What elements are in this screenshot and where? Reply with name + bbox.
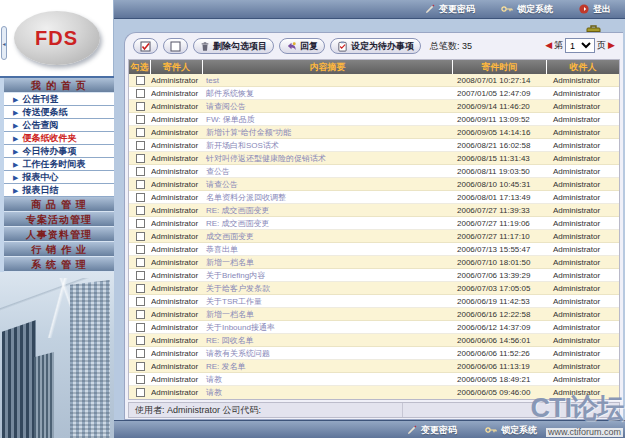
row-check-cell	[129, 232, 151, 241]
reply-button[interactable]: 回复	[279, 38, 325, 54]
sidebar-section-header[interactable]: 人事资料管理	[4, 227, 114, 242]
row-sender: Administrator	[151, 310, 203, 319]
row-subject-link[interactable]: RE: 回收名单	[203, 335, 453, 346]
row-subject-link[interactable]: 关于TSR工作量	[203, 296, 453, 307]
row-checkbox[interactable]	[136, 258, 145, 267]
row-time: 2007/01/05 12:47:09	[453, 89, 547, 98]
row-subject-link[interactable]: RE: 发名单	[203, 361, 453, 372]
sidebar-section-header[interactable]: 商 品 管 理	[4, 197, 114, 212]
change-password-button-bottom[interactable]: 变更密码	[407, 421, 457, 438]
row-subject-link[interactable]: 请查公告	[203, 179, 453, 190]
row-checkbox[interactable]	[136, 154, 145, 163]
row-subject-link[interactable]: 新增一档名单	[203, 257, 453, 268]
row-checkbox[interactable]	[136, 323, 145, 332]
row-checkbox[interactable]	[136, 310, 145, 319]
row-check-cell	[129, 102, 151, 111]
delete-checked-button[interactable]: 删除勾选项目	[193, 38, 274, 54]
row-subject-link[interactable]: 新开场白和SOS话术	[203, 140, 453, 151]
row-subject-link[interactable]: 请教	[203, 374, 453, 385]
row-checkbox[interactable]	[136, 232, 145, 241]
total-count-label: 总笔数: 35	[430, 40, 472, 53]
row-checkbox[interactable]	[136, 284, 145, 293]
sidebar-item[interactable]: ▶今日待办事项	[4, 145, 114, 158]
sidebar-item[interactable]: ▶公告刊登	[4, 93, 114, 106]
row-subject-link[interactable]: test	[203, 76, 453, 85]
row-subject-link[interactable]: 关于Briefing内容	[203, 270, 453, 281]
row-checkbox[interactable]	[136, 375, 145, 384]
sidebar-item[interactable]: ▶工作任务时间表	[4, 158, 114, 171]
lock-system-button[interactable]: 锁定系统	[501, 3, 553, 16]
sidebar-item[interactable]: ▶传送便条纸	[4, 106, 114, 119]
lock-system-button-bottom[interactable]: 锁定系统	[485, 421, 537, 438]
row-subject-link[interactable]: 关于给客户发条款	[203, 283, 453, 294]
row-subject-link[interactable]: 邮件系统恢复	[203, 88, 453, 99]
table-row: Administratortest2008/07/01 10:27:14Admi…	[129, 74, 619, 87]
change-password-button[interactable]: 变更密码	[425, 3, 475, 16]
sidebar-collapse-handle[interactable]: ◂	[1, 26, 7, 60]
row-checkbox[interactable]	[136, 141, 145, 150]
row-checkbox[interactable]	[136, 193, 145, 202]
clear-selection-button[interactable]	[163, 38, 188, 54]
select-all-button[interactable]	[133, 38, 158, 54]
row-checkbox[interactable]	[136, 362, 145, 371]
row-checkbox[interactable]	[136, 167, 145, 176]
row-checkbox[interactable]	[136, 336, 145, 345]
row-recipient: Administrator	[547, 232, 619, 241]
sidebar-section-header[interactable]: 行 销 作 业	[4, 242, 114, 257]
row-subject-link[interactable]: 请教	[203, 387, 453, 398]
row-subject-link[interactable]: 针对叫停返还型健康险的促销话术	[203, 153, 453, 164]
sidebar-section-header[interactable]: 专案活动管理	[4, 212, 114, 227]
row-subject-link[interactable]: 恭喜出单	[203, 244, 453, 255]
row-check-cell	[129, 245, 151, 254]
row-subject-link[interactable]: 成交画面变更	[203, 231, 453, 242]
page-prefix-label: 第	[554, 39, 563, 52]
sidebar-item[interactable]: ▶公告查阅	[4, 119, 114, 132]
next-page-arrow-icon[interactable]: ▶	[608, 41, 615, 50]
row-subject-link[interactable]: 关于Inbound接通率	[203, 322, 453, 333]
logout-button[interactable]: 登出	[579, 3, 611, 16]
top-bar: 变更密码 锁定系统 登出	[110, 0, 625, 19]
row-subject-link[interactable]: 名单资料分派回收调整	[203, 192, 453, 203]
sidebar-item[interactable]: ▶报表日结	[4, 184, 114, 197]
row-checkbox[interactable]	[136, 297, 145, 306]
row-checkbox[interactable]	[136, 128, 145, 137]
row-checkbox[interactable]	[136, 388, 145, 397]
set-todo-button[interactable]: 设定为待办事项	[330, 38, 421, 54]
row-recipient: Administrator	[547, 349, 619, 358]
row-recipient: Administrator	[547, 336, 619, 345]
row-sender: Administrator	[151, 271, 203, 280]
row-subject-link[interactable]: 新增一档名单	[203, 309, 453, 320]
row-subject-link[interactable]: 新增计算“给付金额”功能	[203, 127, 453, 138]
row-check-cell	[129, 76, 151, 85]
sidebar-item[interactable]: ▶便条纸收件夹	[4, 132, 114, 145]
sidebar-item[interactable]: ▶报表中心	[4, 171, 114, 184]
row-check-cell	[129, 284, 151, 293]
row-checkbox[interactable]	[136, 219, 145, 228]
row-subject-link[interactable]: 查公告	[203, 166, 453, 177]
reply-arrow-icon	[286, 41, 297, 52]
row-checkbox[interactable]	[136, 180, 145, 189]
row-checkbox[interactable]	[136, 271, 145, 280]
page-suffix-label: 页	[597, 39, 606, 52]
row-checkbox[interactable]	[136, 245, 145, 254]
row-check-cell	[129, 375, 151, 384]
row-checkbox[interactable]	[136, 206, 145, 215]
key-icon	[485, 425, 497, 435]
prev-page-arrow-icon[interactable]: ◀	[545, 41, 552, 50]
page-select[interactable]: 1	[565, 38, 595, 53]
row-subject-link[interactable]: RE: 成交画面变更	[203, 218, 453, 229]
row-check-cell	[129, 206, 151, 215]
row-subject-link[interactable]: 请查阅公告	[203, 101, 453, 112]
sidebar-section-header[interactable]: 我 的 首 页	[4, 78, 114, 93]
row-sender: Administrator	[151, 206, 203, 215]
row-checkbox[interactable]	[136, 102, 145, 111]
sidebar-section-header[interactable]: 系 统 管 理	[4, 257, 114, 272]
row-subject-link[interactable]: RE: 成交画面变更	[203, 205, 453, 216]
row-checkbox[interactable]	[136, 349, 145, 358]
row-subject-link[interactable]: FW: 保单品质	[203, 114, 453, 125]
row-checkbox[interactable]	[136, 76, 145, 85]
row-checkbox[interactable]	[136, 89, 145, 98]
row-subject-link[interactable]: 请教有关系统问题	[203, 348, 453, 359]
row-checkbox[interactable]	[136, 115, 145, 124]
sidebar-item-label: 报表日结	[22, 184, 58, 197]
